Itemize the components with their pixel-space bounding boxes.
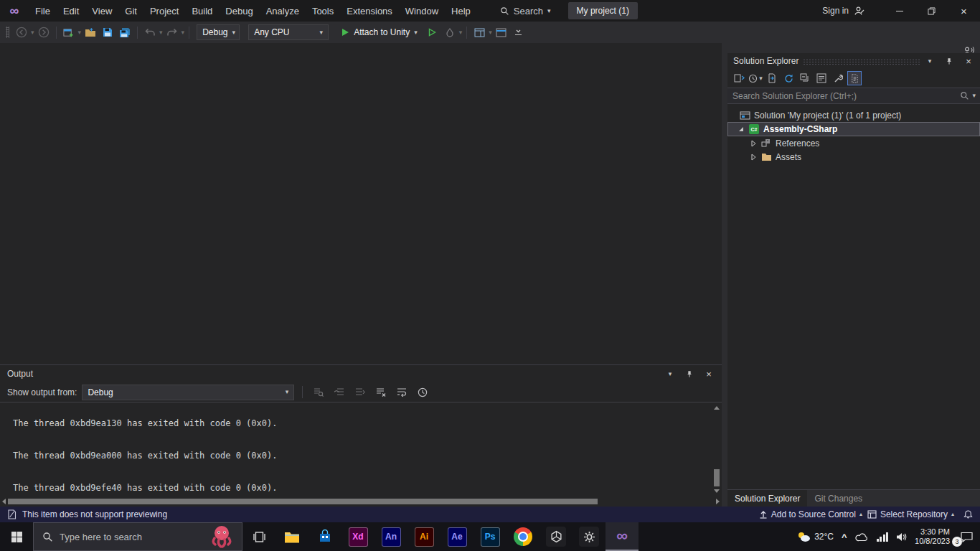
undo-caret-icon[interactable]: ▾ xyxy=(159,29,163,36)
pin-icon[interactable] xyxy=(943,55,955,67)
menu-item-build[interactable]: Build xyxy=(185,0,219,22)
navigate-forward-button[interactable] xyxy=(36,24,52,41)
options-wrench-button[interactable] xyxy=(831,71,845,85)
attach-to-unity-button[interactable]: Attach to Unity ▾ xyxy=(336,24,423,41)
hidden-icons-chevron[interactable]: ^ xyxy=(842,532,847,542)
menu-item-tools[interactable]: Tools xyxy=(306,0,340,22)
search-icon[interactable] xyxy=(960,91,969,100)
user-profile-icon[interactable] xyxy=(854,6,864,17)
adobe-illustrator-button[interactable]: Ai xyxy=(407,522,440,551)
adobe-photoshop-button[interactable]: Ps xyxy=(473,522,507,551)
redo-caret-icon[interactable]: ▾ xyxy=(182,29,185,36)
tree-item-assembly-csharp[interactable]: C# Assembly-CSharp xyxy=(727,122,980,136)
volume-icon[interactable] xyxy=(896,532,907,542)
add-to-source-control-button[interactable]: Add to Source Control ▴ xyxy=(759,509,862,519)
horizontal-scrollbar-thumb[interactable] xyxy=(8,499,598,504)
search-options-caret-icon[interactable]: ▾ xyxy=(972,93,976,99)
microsoft-store-button[interactable] xyxy=(308,522,341,551)
chrome-button[interactable] xyxy=(507,522,540,551)
network-icon[interactable] xyxy=(877,532,889,542)
tool-windows-button[interactable] xyxy=(494,24,509,41)
clock[interactable]: 3:30 PM 10/8/2023 xyxy=(915,527,950,546)
start-button[interactable] xyxy=(0,522,33,551)
solution-explorer-search-input[interactable] xyxy=(727,91,960,101)
file-explorer-button[interactable] xyxy=(275,522,308,551)
collapse-all-button[interactable] xyxy=(798,71,812,85)
save-all-button[interactable] xyxy=(117,24,133,41)
close-icon[interactable]: × xyxy=(963,55,974,67)
close-icon[interactable]: × xyxy=(703,368,715,380)
expanded-arrow-icon[interactable] xyxy=(735,127,747,131)
vertical-scrollbar[interactable] xyxy=(712,402,722,496)
properties-button[interactable] xyxy=(814,71,829,85)
start-without-debugging-button[interactable] xyxy=(425,24,440,41)
project-tab[interactable]: My project (1) xyxy=(568,2,638,19)
new-project-button[interactable] xyxy=(61,24,77,41)
horizontal-scrollbar[interactable] xyxy=(0,496,722,507)
output-panel-header[interactable]: Output ▾ × xyxy=(0,365,722,382)
tree-item-references[interactable]: References xyxy=(727,136,980,150)
show-timestamps-button[interactable] xyxy=(415,385,430,400)
clear-all-button[interactable] xyxy=(373,385,389,400)
toggle-word-wrap-button[interactable] xyxy=(394,385,410,400)
menu-item-project[interactable]: Project xyxy=(143,0,185,22)
scroll-left-icon[interactable] xyxy=(2,499,6,504)
task-view-button[interactable] xyxy=(242,522,275,551)
scroll-up-icon[interactable] xyxy=(714,406,720,410)
tab-solution-explorer[interactable]: Solution Explorer xyxy=(727,490,807,507)
visual-studio-taskbar-button[interactable]: ∞ xyxy=(606,522,639,551)
taskbar-search-input[interactable] xyxy=(60,532,202,542)
menu-item-extensions[interactable]: Extensions xyxy=(340,0,399,22)
menu-item-window[interactable]: Window xyxy=(399,0,445,22)
close-button[interactable]: × xyxy=(948,0,980,22)
new-project-caret-icon[interactable]: ▾ xyxy=(78,29,82,36)
sync-with-active-document-button[interactable] xyxy=(765,71,779,85)
pin-icon[interactable] xyxy=(684,368,695,380)
pending-changes-filter-button[interactable]: ▾ xyxy=(748,71,763,85)
refresh-button[interactable] xyxy=(781,71,796,85)
window-layout-caret-icon[interactable]: ▾ xyxy=(489,29,492,36)
output-source-dropdown[interactable]: Debug ▾ xyxy=(82,385,294,400)
restore-button[interactable] xyxy=(915,0,948,22)
hot-reload-caret-icon[interactable]: ▾ xyxy=(459,29,463,36)
tab-git-changes[interactable]: Git Changes xyxy=(807,490,870,507)
save-button[interactable] xyxy=(100,24,116,41)
find-message-button[interactable] xyxy=(311,385,326,400)
select-repository-button[interactable]: Select Repository ▴ xyxy=(867,509,954,519)
window-layout-button[interactable] xyxy=(471,24,487,41)
show-all-files-button[interactable] xyxy=(847,71,862,85)
notifications-bell-icon[interactable] xyxy=(963,509,973,519)
toolbar-grip[interactable] xyxy=(6,27,9,38)
vertical-scrollbar-thumb[interactable] xyxy=(714,469,720,486)
minimize-button[interactable] xyxy=(883,0,915,22)
previous-message-button[interactable] xyxy=(331,385,347,400)
navigate-back-button[interactable] xyxy=(14,24,29,41)
scroll-right-icon[interactable] xyxy=(716,499,720,504)
titlebar-search[interactable]: Search ▾ xyxy=(494,0,557,22)
open-file-button[interactable] xyxy=(83,24,98,41)
taskbar-search[interactable] xyxy=(33,522,242,551)
menu-item-debug[interactable]: Debug xyxy=(219,0,259,22)
menu-item-git[interactable]: Git xyxy=(118,0,143,22)
output-console[interactable]: The thread 0xbd9ea130 has exited with co… xyxy=(0,402,722,496)
menu-item-edit[interactable]: Edit xyxy=(57,0,85,22)
toolbar-overflow-button[interactable] xyxy=(511,24,527,41)
window-position-icon[interactable]: ▾ xyxy=(924,55,936,67)
window-position-icon[interactable]: ▾ xyxy=(664,368,676,380)
tree-item-solution[interactable]: Solution 'My project (1)' (1 of 1 projec… xyxy=(727,108,980,122)
scroll-down-icon[interactable] xyxy=(714,489,720,493)
adobe-after-effects-button[interactable]: Ae xyxy=(440,522,473,551)
solution-explorer-header[interactable]: Solution Explorer ▾ × xyxy=(727,53,980,69)
menu-item-analyze[interactable]: Analyze xyxy=(260,0,306,22)
redo-button[interactable] xyxy=(164,24,180,41)
undo-button[interactable] xyxy=(142,24,158,41)
navigate-back-caret-icon[interactable]: ▾ xyxy=(31,29,34,36)
menu-item-file[interactable]: File xyxy=(29,0,57,22)
hot-reload-button[interactable] xyxy=(442,24,458,41)
unity-editor-button[interactable] xyxy=(573,522,606,551)
action-center-button[interactable]: 3 xyxy=(961,532,973,542)
sign-in-button[interactable]: Sign in xyxy=(822,6,849,16)
platform-dropdown[interactable]: Any CPU ▾ xyxy=(248,24,329,40)
weather-widget[interactable]: 32°C xyxy=(796,531,834,542)
adobe-xd-button[interactable]: Xd xyxy=(341,522,374,551)
